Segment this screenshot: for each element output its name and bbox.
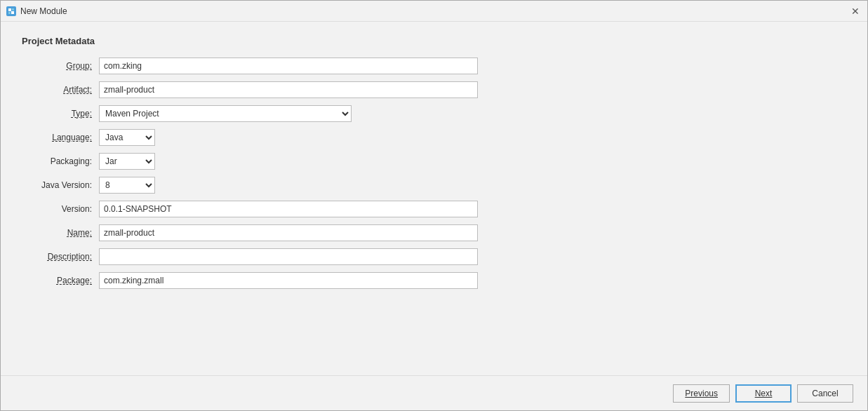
- artifact-row: Artifact:: [22, 81, 846, 98]
- type-label: Type:: [22, 109, 99, 119]
- description-input[interactable]: [99, 248, 478, 265]
- package-input[interactable]: [99, 272, 478, 289]
- artifact-label: Artifact:: [22, 85, 99, 95]
- package-label: Package:: [22, 276, 99, 285]
- svg-rect-3: [11, 11, 14, 14]
- close-button[interactable]: ✕: [849, 5, 862, 18]
- language-row: Language: Java Kotlin Groovy: [22, 129, 846, 146]
- cancel-button[interactable]: Cancel: [797, 384, 853, 403]
- svg-rect-1: [12, 8, 14, 11]
- type-row: Type: Maven Project: [22, 105, 846, 122]
- title-bar-left: New Module: [6, 6, 67, 16]
- name-input[interactable]: [99, 224, 478, 241]
- name-label: Name:: [22, 228, 99, 238]
- version-row: Version:: [22, 201, 846, 217]
- name-row: Name:: [22, 224, 846, 241]
- svg-rect-0: [8, 8, 11, 11]
- packaging-select[interactable]: Jar War: [99, 153, 155, 170]
- group-label: Group:: [22, 61, 99, 71]
- java-version-row: Java Version: 8 11 17: [22, 177, 846, 194]
- next-button[interactable]: Next: [735, 384, 792, 403]
- svg-rect-2: [8, 12, 11, 14]
- description-label: Description:: [22, 252, 99, 262]
- language-select[interactable]: Java Kotlin Groovy: [99, 129, 155, 146]
- previous-button[interactable]: Previous: [673, 384, 730, 403]
- group-row: Group:: [22, 58, 846, 74]
- description-row: Description:: [22, 248, 846, 265]
- title-bar: New Module ✕: [1, 1, 867, 22]
- java-version-select[interactable]: 8 11 17: [99, 177, 155, 194]
- artifact-input[interactable]: [99, 81, 478, 98]
- version-label: Version:: [22, 204, 99, 214]
- section-title: Project Metadata: [22, 36, 846, 46]
- packaging-row: Packaging: Jar War: [22, 153, 846, 170]
- version-input[interactable]: [99, 201, 478, 217]
- module-icon: [6, 6, 16, 16]
- dialog-window: New Module ✕ Project Metadata Group: Art…: [0, 0, 868, 411]
- type-select[interactable]: Maven Project: [99, 105, 352, 122]
- window-title: New Module: [20, 6, 67, 16]
- language-label: Language:: [22, 133, 99, 142]
- package-row: Package:: [22, 272, 846, 289]
- packaging-label: Packaging:: [22, 156, 99, 166]
- dialog-footer: Previous Next Cancel: [1, 375, 867, 410]
- dialog-content: Project Metadata Group: Artifact: Type: …: [1, 22, 867, 375]
- group-input[interactable]: [99, 58, 478, 74]
- java-version-label: Java Version:: [22, 180, 99, 190]
